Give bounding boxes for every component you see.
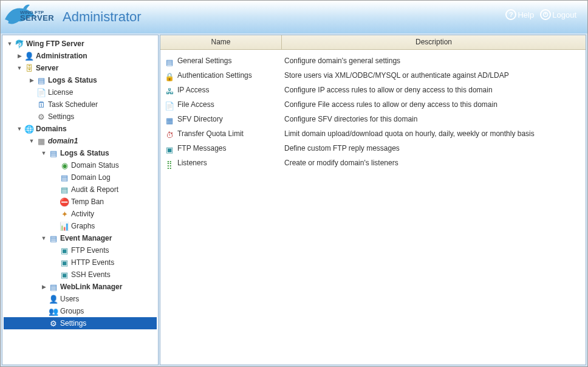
tree-tempban-label: Temp Ban [71, 197, 104, 206]
auth-icon: 🔒 [164, 71, 175, 82]
brand-line2: SERVER [20, 15, 54, 21]
brand-logo: WING FTP SERVER Administrator [8, 5, 142, 29]
tree-ssh-label: SSH Events [71, 270, 111, 279]
tree-domain-status[interactable]: ·◉Domain Status [4, 159, 157, 171]
tree-temp-ban[interactable]: ·⛔Temp Ban [4, 196, 157, 208]
tree-administration[interactable]: ▶ 👤 Administration [4, 50, 157, 62]
ban-icon: ⛔ [60, 197, 69, 207]
collapse-icon[interactable]: ▼ [40, 235, 47, 241]
row-name: File Access [177, 100, 284, 109]
row-desc: Configure File access rules to allow or … [284, 100, 582, 109]
activity-icon: ✦ [60, 209, 69, 219]
tree-event-label: Event Manager [60, 234, 112, 242]
row-ip-access[interactable]: 🖧IP AccessConfigure IP access rules to a… [164, 84, 582, 98]
logout-label: Logout [552, 10, 576, 19]
tree-domains-label: Domains [36, 125, 67, 133]
row-ftp-messages[interactable]: ▣FTP MessagesDefine custom FTP reply mes… [164, 142, 582, 157]
row-auth-settings[interactable]: 🔒Authentication SettingsStore users via … [164, 69, 582, 84]
server-app-icon: 🐬 [15, 39, 24, 49]
tree-domain-logs[interactable]: ▼ ▤ Logs & Status [4, 147, 157, 159]
tree-server-logs[interactable]: ▶ ▤ Logs & Status [4, 74, 157, 86]
tree-task-label: Task Scheduler [48, 100, 98, 109]
collapse-icon[interactable]: ▼ [6, 41, 13, 47]
expand-icon[interactable]: ▶ [40, 284, 47, 290]
tree-activity[interactable]: ·✦Activity [4, 208, 157, 220]
list-icon: ▤ [49, 282, 58, 292]
row-desc: Configure domain's general settings [284, 57, 582, 65]
tree-root[interactable]: ▼ 🐬 Wing FTP Server [4, 38, 157, 50]
row-name: Transfer Quota Limit [177, 129, 284, 138]
row-name: Listeners [177, 159, 284, 167]
row-file-access[interactable]: 📄File AccessConfigure File access rules … [164, 98, 582, 113]
tree-event-manager[interactable]: ▼ ▤ Event Manager [4, 232, 157, 244]
tree-ssh-events[interactable]: ·▣SSH Events [4, 269, 157, 281]
row-desc: Configure SFV directories for this domai… [284, 115, 582, 123]
clock-icon: 🗓 [36, 100, 46, 109]
tree-groups[interactable]: ·👥Groups [4, 305, 157, 317]
gear-icon: ⚙ [36, 112, 46, 122]
group-icon: 👥 [49, 306, 58, 316]
col-description[interactable]: Description [282, 35, 586, 49]
expand-icon[interactable]: ▶ [28, 77, 35, 83]
expand-icon[interactable]: ▶ [16, 53, 23, 59]
tree-domain-log[interactable]: ·▤Domain Log [4, 171, 157, 184]
list-icon: ▤ [36, 75, 46, 85]
status-icon: ◉ [60, 160, 69, 170]
tree-domain-log-label: Domain Log [71, 173, 111, 182]
tree-weblink-manager[interactable]: ▶ ▤ WebLink Manager [4, 281, 157, 293]
ip-icon: 🖧 [164, 86, 175, 97]
collapse-icon[interactable]: ▼ [28, 138, 35, 144]
tree-ftp-label: FTP Events [71, 246, 109, 255]
help-label: Help [518, 10, 534, 19]
tree-domain-logs-label: Logs & Status [60, 149, 109, 157]
domain-icon: ▦ [36, 136, 46, 146]
row-desc: Store users via XML/ODBC/MYSQL or authen… [284, 71, 582, 80]
collapse-icon[interactable]: ▼ [16, 126, 23, 132]
report-icon: ▤ [60, 185, 69, 194]
tree-domain-settings[interactable]: ·⚙Settings [4, 317, 157, 329]
tree-task-scheduler[interactable]: · 🗓 Task Scheduler [4, 98, 157, 111]
row-desc: Create or modify domain's listeners [284, 159, 582, 167]
logout-button[interactable]: Logout [540, 9, 576, 20]
tree-domain1[interactable]: ▼ ▦ domain1 [4, 135, 157, 147]
col-name[interactable]: Name [160, 35, 282, 49]
tree-http-events[interactable]: ·▣HTTP Events [4, 256, 157, 269]
row-transfer-quota[interactable]: ⏱Transfer Quota LimitLimit domain upload… [164, 128, 582, 142]
tree-server[interactable]: ▼ 🗄 Server [4, 62, 157, 74]
help-button[interactable]: ? Help [505, 9, 534, 20]
settings-icon: ▤ [164, 57, 175, 67]
row-name: Authentication Settings [177, 71, 284, 80]
tree-users-label: Users [60, 295, 79, 303]
row-general-settings[interactable]: ▤General SettingsConfigure domain's gene… [164, 55, 582, 69]
server-icon: 🗄 [24, 63, 34, 73]
tree-users[interactable]: ·👤Users [4, 293, 157, 305]
list-icon: ▤ [49, 233, 58, 243]
tree-ftp-events[interactable]: ·▣FTP Events [4, 244, 157, 256]
log-icon: ▤ [60, 173, 69, 182]
table-body: ▤General SettingsConfigure domain's gene… [160, 50, 586, 176]
app-header: WING FTP SERVER Administrator ? Help Log… [1, 1, 587, 33]
ssh-event-icon: ▣ [60, 270, 69, 280]
collapse-icon[interactable]: ▼ [40, 150, 47, 156]
row-name: General Settings [177, 57, 284, 65]
row-desc: Define custom FTP reply messages [284, 144, 582, 153]
row-sfv-directory[interactable]: ▦SFV DirectoryConfigure SFV directories … [164, 113, 582, 128]
list-icon: ▤ [49, 148, 58, 158]
row-name: SFV Directory [177, 115, 284, 123]
tree-license[interactable]: · 📄 License [4, 86, 157, 98]
tree-license-label: License [48, 88, 73, 97]
power-icon [540, 9, 551, 20]
tree-server-logs-label: Logs & Status [48, 76, 97, 84]
row-name: IP Access [177, 86, 284, 94]
tree-audit-report[interactable]: ·▤Audit & Report [4, 184, 157, 196]
row-listeners[interactable]: ⣿ListenersCreate or modify domain's list… [164, 157, 582, 171]
tree-audit-label: Audit & Report [71, 185, 118, 194]
user-icon: 👤 [49, 294, 58, 304]
collapse-icon[interactable]: ▼ [16, 65, 23, 71]
tree-graphs[interactable]: ·📊Graphs [4, 220, 157, 232]
tree-http-label: HTTP Events [71, 258, 114, 267]
tree-domains[interactable]: ▼ 🌐 Domains [4, 123, 157, 135]
main-layout: ▼ 🐬 Wing FTP Server ▶ 👤 Administration ▼… [1, 33, 587, 366]
nav-tree: ▼ 🐬 Wing FTP Server ▶ 👤 Administration ▼… [2, 35, 159, 365]
tree-server-settings[interactable]: · ⚙ Settings [4, 111, 157, 123]
